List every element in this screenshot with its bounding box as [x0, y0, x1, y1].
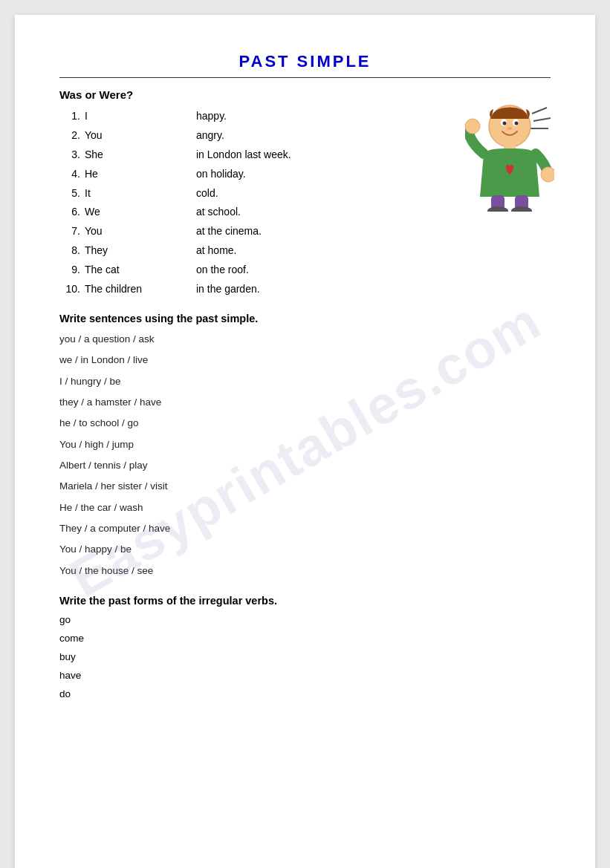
sentence-item: Albert / tennis / play — [59, 455, 551, 476]
character-illustration — [465, 100, 554, 212]
item-number: 3. — [59, 146, 80, 165]
item-number: 8. — [59, 241, 80, 261]
section1-heading: Was or Were? — [59, 88, 551, 101]
list-item: 7. You at the cinema. — [59, 222, 551, 241]
svg-line-0 — [532, 108, 547, 114]
item-number: 1. — [59, 107, 80, 126]
item-subject: The cat — [85, 261, 196, 280]
list-item: 9. The cat on the roof. — [59, 261, 551, 280]
item-number: 4. — [59, 165, 80, 184]
sentence-item: he / to school / go — [59, 413, 551, 434]
sentence-item: Mariela / her sister / visit — [59, 476, 551, 497]
item-subject: It — [85, 184, 196, 203]
svg-line-1 — [533, 118, 551, 121]
item-subject: You — [85, 126, 196, 146]
svg-point-10 — [465, 119, 480, 134]
list-item: go — [59, 611, 551, 630]
list-item: 10. The children in the garden. — [59, 280, 551, 299]
svg-point-11 — [541, 167, 554, 182]
sentence-item: They / a computer / have — [59, 518, 551, 539]
section3-heading: Write the past forms of the irregular ve… — [59, 595, 551, 607]
svg-point-8 — [507, 127, 512, 130]
section2-heading: Write sentences using the past simple. — [59, 313, 551, 324]
item-number: 10. — [59, 280, 80, 299]
sentence-item: we / in London / live — [59, 350, 551, 371]
sentences-container: you / a question / askwe / in London / l… — [59, 329, 551, 581]
item-subject: The children — [85, 280, 196, 299]
item-predicate: on the roof. — [196, 261, 551, 280]
sentence-item: You / happy / be — [59, 539, 551, 560]
item-predicate: in the garden. — [196, 280, 551, 299]
page-title: PAST SIMPLE — [59, 52, 551, 71]
section-sentences: Write sentences using the past simple. y… — [59, 313, 551, 581]
sentence-item: He / the car / wash — [59, 497, 551, 518]
sentence-item: You / high / jump — [59, 434, 551, 455]
item-number: 2. — [59, 126, 80, 146]
item-subject: They — [85, 241, 196, 261]
list-item: 8. They at home. — [59, 241, 551, 261]
item-number: 5. — [59, 184, 80, 203]
list-item: come — [59, 630, 551, 648]
page: Easyprintables.com — [15, 15, 595, 868]
item-subject: He — [85, 165, 196, 184]
list-item: buy — [59, 648, 551, 667]
sentence-item: I / hungry / be — [59, 371, 551, 392]
sentence-item: you / a question / ask — [59, 329, 551, 350]
section-irregular: Write the past forms of the irregular ve… — [59, 595, 551, 704]
svg-point-15 — [511, 206, 532, 212]
item-number: 6. — [59, 203, 80, 222]
item-subject: We — [85, 203, 196, 222]
svg-point-7 — [515, 122, 519, 125]
item-subject: You — [85, 222, 196, 241]
sentence-item: they / a hamster / have — [59, 392, 551, 413]
list-item: have — [59, 667, 551, 685]
item-number: 9. — [59, 261, 80, 280]
item-number: 7. — [59, 222, 80, 241]
item-subject: She — [85, 146, 196, 165]
svg-point-6 — [503, 122, 507, 125]
item-subject: I — [85, 107, 196, 126]
list-item: do — [59, 685, 551, 704]
item-predicate: at the cinema. — [196, 222, 551, 241]
svg-point-14 — [487, 206, 508, 212]
item-predicate: at home. — [196, 241, 551, 261]
irregular-list: gocomebuyhavedo — [59, 611, 551, 704]
title-divider — [59, 77, 551, 78]
sentence-item: You / the house / see — [59, 561, 551, 581]
